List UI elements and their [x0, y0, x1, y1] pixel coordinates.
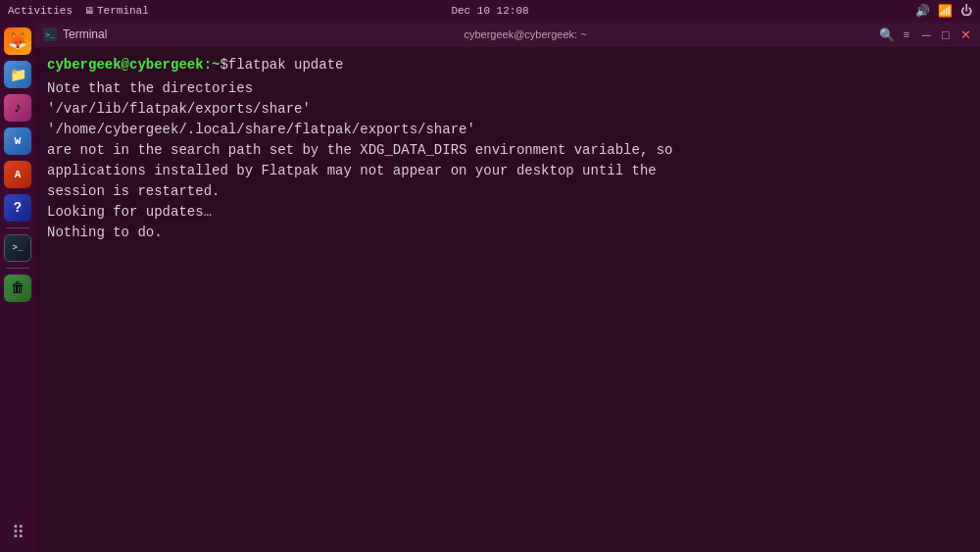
prompt-user: cybergeek@cybergeek: [47, 55, 204, 75]
writer-icon[interactable]: W: [4, 127, 31, 155]
output-line-4: are not in the search path set by the XD…: [47, 140, 968, 161]
activities-label[interactable]: Activities: [8, 5, 73, 17]
sidebar: 🦊 📁 ♪ W A ? >_ 🗑 ⠿: [0, 22, 35, 552]
help-icon[interactable]: ?: [4, 194, 31, 222]
topbar: Activities 🖥 Terminal Dec 10 12:08 🔊 📶 ⏻: [0, 0, 980, 22]
output-line-9: Nothing to do.: [47, 223, 968, 243]
output-line-2: '/var/lib/flatpak/exports/share': [47, 99, 968, 120]
power-icon[interactable]: ⏻: [960, 4, 972, 19]
prompt-dollar: $: [220, 55, 227, 75]
prompt-line: cybergeek@cybergeek:~$ flatpak update: [47, 55, 968, 75]
rhythmbox-icon[interactable]: ♪: [4, 94, 31, 122]
terminal-app-icon: 🖥: [84, 5, 94, 17]
terminal-titlebar-icon: >_: [43, 27, 57, 41]
files-icon[interactable]: 📁: [4, 61, 31, 88]
terminal-title-left: >_ Terminal: [43, 27, 107, 41]
terminal-titlebar-center: cybergeek@cybergeek: ~: [464, 28, 586, 40]
volume-icon[interactable]: 🔊: [915, 4, 930, 19]
close-button[interactable]: ✕: [958, 27, 972, 41]
output-line-5: applications installed by Flatpak may no…: [47, 161, 968, 181]
output-line-6: session is restarted.: [47, 181, 968, 202]
terminal-win-controls: 🔍 ≡ ─ □ ✕: [880, 27, 972, 41]
output-line-8: Looking for updates…: [47, 202, 968, 223]
maximize-button[interactable]: □: [939, 27, 953, 41]
prompt-path: :~: [204, 55, 220, 75]
output-line-1: Note that the directories: [47, 78, 968, 99]
appstore-icon[interactable]: A: [4, 161, 31, 188]
network-icon[interactable]: 📶: [938, 4, 953, 19]
terminal-window: >_ Terminal cybergeek@cybergeek: ~ 🔍 ≡ ─…: [35, 22, 980, 552]
terminal-content[interactable]: cybergeek@cybergeek:~$ flatpak update No…: [35, 47, 980, 552]
terminal-dock-icon[interactable]: >_: [4, 234, 31, 262]
prompt-command: flatpak update: [228, 55, 344, 75]
search-button[interactable]: 🔍: [880, 27, 894, 41]
terminal-app-label: 🖥 Terminal: [84, 5, 149, 17]
show-apps-icon[interactable]: ⠿: [4, 519, 31, 546]
dock-separator-2: [6, 268, 29, 269]
menu-button[interactable]: ≡: [900, 27, 913, 41]
terminal-titlebar: >_ Terminal cybergeek@cybergeek: ~ 🔍 ≡ ─…: [35, 22, 980, 47]
firefox-icon[interactable]: 🦊: [4, 27, 31, 55]
trash-icon[interactable]: 🗑: [4, 275, 31, 302]
minimize-button[interactable]: ─: [919, 27, 933, 41]
dock-separator-1: [6, 227, 29, 228]
output-line-3: '/home/cybergeek/.local/share/flatpak/ex…: [47, 120, 968, 140]
topbar-right: 🔊 📶 ⏻: [915, 4, 972, 19]
terminal-title-label: Terminal: [63, 27, 107, 41]
topbar-datetime: Dec 10 12:08: [451, 5, 528, 17]
topbar-left: Activities 🖥 Terminal: [8, 5, 149, 17]
